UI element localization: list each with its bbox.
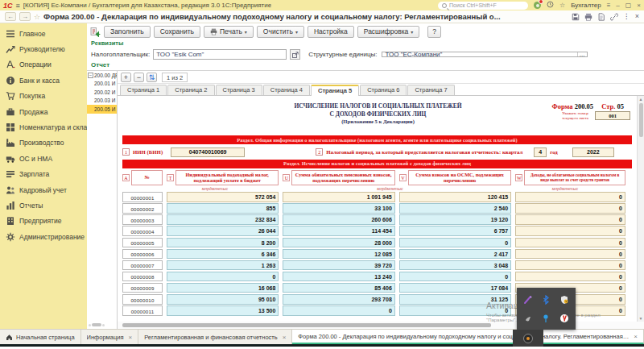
cell-V-00000010[interactable]: 31 125 (399, 294, 511, 305)
move-page-icon[interactable]: ⇅ (147, 73, 157, 82)
tree-horizontal-scrollbar[interactable] (89, 322, 115, 327)
otchet-group-link[interactable]: Отчет (87, 61, 644, 70)
nastrojka-button[interactable]: Настройка (308, 26, 354, 38)
collapse-icon[interactable]: − (88, 73, 93, 78)
bottom-tab-0[interactable]: Начальная страница (0, 330, 81, 344)
cell-U-00000010[interactable]: 293 708 (283, 294, 394, 305)
zapolnit-button[interactable]: Заполнить (104, 26, 151, 38)
bluetooth-tray-icon[interactable] (541, 294, 551, 305)
help-button[interactable]: ? (427, 26, 441, 38)
sidebar-item-administrirovanie[interactable]: Администрирование (0, 229, 87, 244)
sidebar-item-pokupka[interactable]: Покупка (0, 89, 87, 104)
pin-tray-icon[interactable] (541, 313, 551, 323)
cell-T-00000001[interactable]: 572 054 (167, 192, 279, 202)
history-icon[interactable] (547, 1, 554, 10)
cell-T-00000009[interactable]: 16 068 (167, 283, 279, 293)
overlay-app-icon[interactable] (513, 330, 543, 347)
favorites-star-icon[interactable]: ☆ (559, 2, 565, 9)
structural-units-field[interactable]: ТОО "ЕС-Компани" ... (382, 52, 588, 57)
page-tab-7[interactable]: Страница 7 (407, 85, 454, 95)
cell-V-00000006[interactable]: 2 417 (399, 249, 511, 260)
bottom-tab-2[interactable]: Регламентированная и финансовая отчетнос… (138, 330, 292, 344)
cell-U-00000005[interactable]: 28 000 (283, 238, 394, 248)
print-icon[interactable] (584, 13, 592, 21)
link-icon[interactable] (610, 13, 618, 21)
minimize-button[interactable]: – (616, 2, 619, 9)
pen-tray-icon[interactable] (523, 294, 534, 305)
page-tab-4[interactable]: Страница 4 (263, 85, 310, 95)
service-menu-icon[interactable]: ≡ (607, 2, 611, 9)
cell-V-00000005[interactable]: 0 (399, 238, 511, 248)
quarter-field[interactable]: 4 (534, 147, 547, 157)
cell-V-00000009[interactable]: 17 084 (399, 283, 511, 293)
cell-U-00000008[interactable]: 13 240 (283, 272, 394, 282)
cell-U-00000004[interactable]: 114 454 (283, 226, 394, 236)
cell-U-00000002[interactable]: 33 100 (283, 203, 394, 214)
sohranit-button[interactable]: Сохранить (154, 26, 200, 38)
fill-report-icon[interactable] (90, 27, 101, 37)
cell-W-00000007[interactable]: 0 (515, 260, 625, 271)
tree-item-1[interactable]: 200.01 И (87, 80, 117, 89)
cell-V-00000007[interactable]: 3 048 (399, 260, 511, 271)
tree-item-0[interactable]: −200.00 ДЕКЛ (87, 71, 117, 80)
sidebar-item-prodazha[interactable]: Продажа (0, 104, 87, 119)
cell-T-00000006[interactable]: 6 346 (167, 249, 279, 260)
cell-V-00000004[interactable]: 6 757 (399, 226, 511, 236)
page-tab-3[interactable]: Страница 3 (216, 85, 262, 95)
cell-W-00000001[interactable]: 0 (515, 192, 625, 202)
cell-T-00000007[interactable]: 1 263 (167, 260, 279, 271)
cell-V-00000003[interactable]: 19 120 (399, 214, 511, 225)
search-input[interactable]: Поиск Ctrl+Shift+F (438, 2, 528, 10)
cell-U-00000006[interactable]: 12 085 (283, 249, 394, 260)
cell-T-00000008[interactable]: 0 (167, 272, 279, 282)
close-tab-icon[interactable]: × (129, 334, 133, 341)
sidebar-item-nomenklatura-i-sklad[interactable]: Номенклатура и склад (0, 119, 87, 135)
page-tab-5[interactable]: Страница 5 (311, 85, 359, 96)
preview-icon[interactable] (597, 13, 605, 21)
rasshifrovka-button[interactable]: Расшифровка▾ (357, 26, 420, 38)
sidebar-item-bank-i-kassa[interactable]: Банк и касса (0, 73, 87, 88)
ochistit-button[interactable]: Очистить▾ (257, 26, 304, 38)
cell-U-00000003[interactable]: 260 606 (283, 214, 394, 225)
browser-tray-icon[interactable] (559, 313, 569, 323)
page-tab-1[interactable]: Страница 1 (120, 85, 167, 95)
cell-V-00000008[interactable]: 0 (399, 272, 511, 282)
cell-V-00000002[interactable]: 2 540 (399, 203, 511, 214)
sidebar-item-otchety[interactable]: Отчеты (0, 197, 87, 213)
open-taxpayer-icon[interactable] (290, 49, 300, 60)
close-app-button[interactable]: × (637, 2, 641, 9)
sidebar-item-operacii[interactable]: Операции (0, 57, 87, 73)
page-tab-2[interactable]: Страница 2 (167, 85, 214, 95)
bottom-tab-3[interactable]: Форма 200.00 - Декларация по индивидуаль… (292, 330, 644, 344)
sidebar-item-kadrovyj-uchet[interactable]: Кадровый учет (0, 182, 87, 197)
iin-field[interactable]: 040740010069 (171, 147, 245, 157)
remove-page-button[interactable]: − (134, 73, 144, 82)
cell-T-00000003[interactable]: 232 834 (167, 214, 279, 225)
cell-T-00000005[interactable]: 8 200 (167, 238, 279, 248)
hamburger-menu-icon[interactable]: ≡ (16, 2, 20, 10)
mouse-tray-icon[interactable] (523, 313, 534, 323)
close-window-icon[interactable]: × (635, 13, 639, 20)
cell-W-00000008[interactable]: 0 (515, 272, 625, 282)
rekvizity-group-link[interactable]: Реквизиты (87, 39, 644, 48)
taxpayer-field[interactable]: ТОО "Esik Com" (153, 49, 287, 60)
sidebar-item-glavnoe[interactable]: Главное (0, 26, 87, 41)
maximize-button[interactable]: ▢ (625, 2, 632, 9)
sidebar-item-proizvodstvo[interactable]: Производство (0, 135, 87, 151)
sidebar-item-os-i-nma[interactable]: ОС и НМА (0, 151, 87, 166)
close-tab-icon[interactable]: × (283, 334, 287, 341)
cell-T-00000010[interactable]: 95 010 (167, 294, 279, 305)
cell-T-00000002[interactable]: 855 (167, 203, 279, 214)
cell-W-00000005[interactable]: 0 (515, 238, 625, 248)
year-field[interactable]: 2022 (572, 147, 614, 157)
discussions-icon[interactable] (534, 2, 541, 9)
page-tab-6[interactable]: Страница 6 (360, 85, 407, 95)
choose-units-button[interactable]: ... (577, 52, 585, 57)
sidebar-item-predpriyatie[interactable]: Предприятие (0, 214, 87, 229)
tree-item-4[interactable]: 200.05 И (87, 105, 117, 114)
cell-U-00000001[interactable]: 1 091 945 (283, 192, 394, 202)
sidebar-item-zarplata[interactable]: Зарплата (0, 167, 87, 182)
bottom-tab-1[interactable]: Информация× (81, 330, 139, 344)
cell-V-00000001[interactable]: 120 415 (399, 192, 511, 202)
current-user[interactable]: Бухгалтер (571, 2, 601, 9)
